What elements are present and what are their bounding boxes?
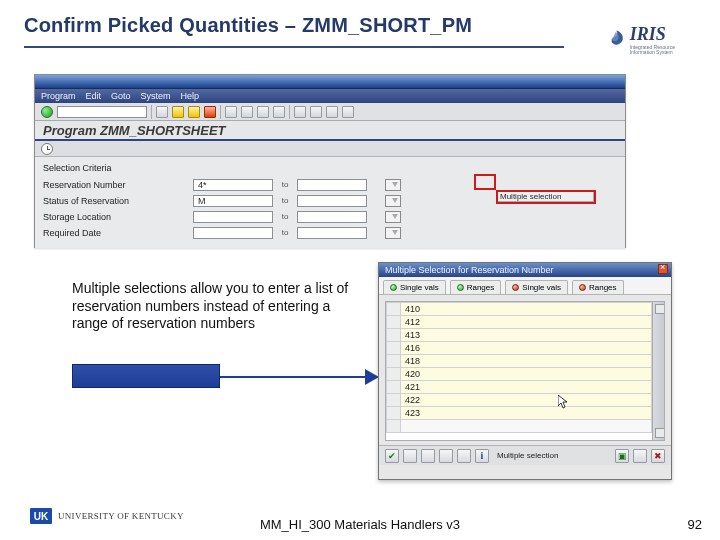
menu-program[interactable]: Program [41,91,76,101]
back-icon[interactable] [172,106,184,118]
to-label: to [273,196,297,205]
list-item: 416 [387,342,652,355]
toolbar-icon[interactable] [225,106,237,118]
accept-icon[interactable] [385,449,399,463]
popup-status: Multiple selection [497,451,558,460]
arrow-box [72,364,220,388]
sap-toolbar [35,103,625,121]
value-cell[interactable]: 413 [401,329,652,342]
footer-center: MM_HI_300 Materials Handlers v3 [0,517,720,532]
field-storage-to[interactable] [297,211,367,223]
iris-logo: IRIS Integrated Resource Information Sys… [606,22,694,56]
list-item: 423 [387,407,652,420]
list-item: 412 [387,316,652,329]
toolbar-icon[interactable] [342,106,354,118]
execute-icon[interactable] [41,143,53,155]
value-cell-empty[interactable] [401,420,652,433]
popup-button[interactable] [421,449,435,463]
tab-single-vals-include[interactable]: Single vals [383,280,446,294]
iris-label: IRIS [630,24,694,45]
toolbar-icon[interactable] [241,106,253,118]
iris-sub: Integrated Resource Information System [630,45,694,55]
tab-ranges-exclude[interactable]: Ranges [572,280,624,294]
section-title: Selection Criteria [43,163,617,173]
page-number: 92 [688,517,702,532]
toolbar-sep [289,105,290,119]
popup-value-grid: 410 412 413 416 418 420 421 422 423 [385,301,665,441]
toolbar-icon[interactable] [310,106,322,118]
list-item: 422 [387,394,652,407]
list-item: 410 [387,303,652,316]
toolbar-icon[interactable] [156,106,168,118]
close-icon[interactable] [658,264,668,274]
cancel-icon[interactable] [204,106,216,118]
label-required-date: Required Date [43,228,193,238]
slide-title: Confirm Picked Quantities – ZMM_SHORT_PM [24,14,472,37]
popup-button[interactable] [403,449,417,463]
label-status: Status of Reservation [43,196,193,206]
popup-button[interactable] [457,449,471,463]
command-field[interactable] [57,106,147,118]
sap-menubar: Program Edit Goto System Help [35,89,625,103]
sap-sub-toolbar [35,141,625,157]
scrollbar[interactable] [652,302,664,440]
info-icon[interactable] [475,449,489,463]
delete-icon[interactable] [651,449,665,463]
sap-popup-window: Multiple Selection for Reservation Numbe… [378,262,672,480]
multi-tooltip: Multiple selection [497,191,594,202]
value-cell[interactable]: 423 [401,407,652,420]
multi-select-button[interactable] [385,179,401,191]
ok-button-icon[interactable] [41,106,53,118]
to-label: to [273,180,297,189]
value-cell[interactable]: 422 [401,394,652,407]
explanatory-text: Multiple selections allow you to enter a… [72,280,352,333]
sap-main-window: Program Edit Goto System Help Program ZM… [34,74,626,248]
toolbar-icon[interactable] [273,106,285,118]
label-reservation-number: Reservation Number [43,180,193,190]
value-cell[interactable]: 420 [401,368,652,381]
menu-goto[interactable]: Goto [111,91,131,101]
toolbar-icon[interactable] [257,106,269,118]
toolbar-icon[interactable] [294,106,306,118]
sap-titlebar [35,75,625,89]
toolbar-sep [151,105,152,119]
popup-button[interactable] [439,449,453,463]
menu-help[interactable]: Help [181,91,200,101]
list-item: 418 [387,355,652,368]
multi-select-button[interactable] [385,227,401,239]
tab-ranges-include[interactable]: Ranges [450,280,502,294]
value-cell[interactable]: 416 [401,342,652,355]
menu-system[interactable]: System [141,91,171,101]
list-item: 420 [387,368,652,381]
value-cell[interactable]: 410 [401,303,652,316]
field-date-from[interactable] [193,227,273,239]
list-item: 421 [387,381,652,394]
popup-tabs: Single vals Ranges Single vals Ranges [379,277,671,295]
field-date-to[interactable] [297,227,367,239]
exit-icon[interactable] [188,106,200,118]
popup-bottom-bar: Multiple selection [379,445,671,465]
to-label: to [273,212,297,221]
criteria-row: Storage Location to [43,209,617,224]
value-cell[interactable]: 412 [401,316,652,329]
menu-edit[interactable]: Edit [86,91,102,101]
sap-program-heading: Program ZMM_SHORTSHEET [35,121,625,141]
title-underline [24,46,564,48]
popup-button[interactable] [615,449,629,463]
toolbar-icon[interactable] [326,106,338,118]
field-reservation-from[interactable]: 4* [193,179,273,191]
field-storage-from[interactable] [193,211,273,223]
list-item: 413 [387,329,652,342]
value-cell[interactable]: 418 [401,355,652,368]
label-storage: Storage Location [43,212,193,222]
value-cell[interactable]: 421 [401,381,652,394]
multi-select-button[interactable] [385,211,401,223]
field-status-to[interactable] [297,195,367,207]
list-item [387,420,652,433]
multi-select-button[interactable] [385,195,401,207]
popup-button[interactable] [633,449,647,463]
field-status-from[interactable]: M [193,195,273,207]
tab-single-vals-exclude[interactable]: Single vals [505,280,568,294]
criteria-row: Required Date to [43,225,617,240]
field-reservation-to[interactable] [297,179,367,191]
